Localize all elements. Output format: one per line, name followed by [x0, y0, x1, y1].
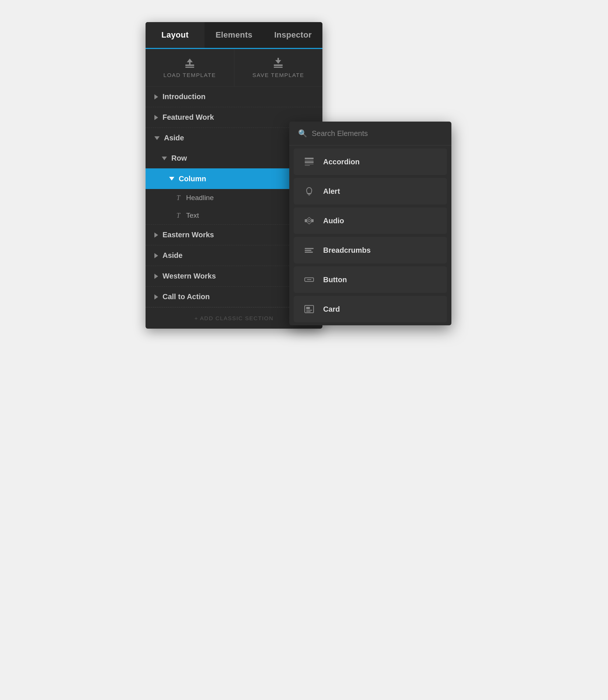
svg-rect-6 [305, 158, 314, 159]
svg-rect-7 [305, 160, 314, 161]
svg-rect-3 [274, 64, 283, 66]
tree-label-eastern-works: Eastern Works [163, 231, 214, 239]
tree-label-featured-work: Featured Work [163, 113, 214, 122]
save-icon [272, 57, 284, 69]
tree-label-aside: Aside [164, 134, 184, 142]
tree-item-introduction[interactable]: Introduction [146, 87, 322, 107]
svg-marker-5 [275, 58, 281, 64]
element-accordion[interactable]: Accordion [294, 148, 447, 175]
tree-label-text: Text [186, 211, 199, 220]
elements-search-box[interactable]: 🔍 Search Elements [289, 122, 451, 146]
breadcrumbs-icon [303, 244, 316, 257]
load-template-button[interactable]: LOAD TEMPLATE [146, 49, 234, 86]
tab-bar: Layout Elements Inspector [146, 22, 322, 49]
svg-rect-16 [305, 248, 314, 249]
accordion-icon [303, 155, 316, 168]
alert-label: Alert [323, 187, 340, 196]
text-type-icon-text: T [175, 212, 182, 220]
svg-rect-13 [305, 219, 307, 222]
svg-rect-8 [305, 161, 314, 163]
svg-rect-20 [307, 279, 311, 280]
save-template-label: SAVE TEMPLATE [252, 72, 304, 78]
load-template-label: LOAD TEMPLATE [164, 72, 216, 78]
svg-rect-11 [308, 194, 311, 195]
element-breadcrumbs[interactable]: Breadcrumbs [294, 237, 447, 263]
card-label: Card [323, 305, 340, 314]
svg-point-15 [308, 220, 310, 222]
audio-icon [303, 214, 316, 227]
load-icon [184, 57, 196, 69]
svg-rect-23 [306, 310, 312, 311]
card-icon [303, 302, 316, 316]
element-button[interactable]: Button [294, 266, 447, 293]
svg-rect-9 [305, 164, 314, 164]
arrow-icon-featured-work [154, 115, 158, 120]
tree-label-headline: Headline [186, 194, 214, 202]
svg-rect-24 [306, 311, 311, 312]
element-audio[interactable]: Audio [294, 207, 447, 234]
alert-icon [303, 185, 316, 198]
search-icon: 🔍 [298, 129, 307, 138]
arrow-icon-eastern-works [154, 232, 158, 238]
arrow-icon-western-works [154, 274, 158, 279]
svg-rect-10 [305, 165, 310, 166]
button-label: Button [323, 276, 347, 284]
tree-label-call-to-action: Call to Action [163, 293, 210, 301]
svg-rect-0 [185, 64, 194, 66]
arrow-icon-aside2 [154, 253, 158, 258]
arrow-icon-aside [154, 136, 160, 140]
tree-label-western-works: Western Works [163, 272, 216, 280]
svg-rect-12 [308, 195, 310, 196]
svg-rect-14 [311, 219, 314, 222]
arrow-icon-column [169, 177, 174, 181]
arrow-icon-row [162, 157, 167, 160]
element-card[interactable]: Card [294, 296, 447, 322]
svg-rect-17 [305, 250, 311, 251]
svg-rect-1 [185, 67, 194, 68]
tab-inspector[interactable]: Inspector [263, 22, 322, 48]
breadcrumbs-label: Breadcrumbs [323, 246, 371, 255]
tab-layout[interactable]: Layout [146, 22, 205, 48]
accordion-label: Accordion [323, 158, 360, 166]
arrow-icon-call-to-action [154, 294, 158, 300]
text-type-icon-headline: T [175, 194, 182, 202]
audio-label: Audio [323, 217, 344, 225]
tree-section-introduction: Introduction [146, 87, 322, 107]
tree-label-column: Column [179, 175, 206, 183]
element-alert[interactable]: Alert [294, 178, 447, 204]
tree-label-row: Row [171, 154, 187, 162]
elements-panel: 🔍 Search Elements Accordion [289, 122, 451, 325]
tree-label-aside2: Aside [163, 251, 182, 260]
arrow-icon-introduction [154, 94, 158, 99]
template-toolbar: LOAD TEMPLATE SAVE TEMPLATE [146, 49, 322, 87]
svg-rect-4 [274, 67, 283, 68]
tab-elements[interactable]: Elements [205, 22, 263, 48]
search-placeholder: Search Elements [312, 129, 368, 138]
svg-rect-18 [305, 252, 313, 253]
save-template-button[interactable]: SAVE TEMPLATE [234, 49, 323, 86]
svg-marker-2 [187, 59, 193, 64]
button-icon [303, 273, 316, 286]
tree-label-introduction: Introduction [163, 92, 206, 101]
svg-rect-22 [306, 307, 310, 309]
